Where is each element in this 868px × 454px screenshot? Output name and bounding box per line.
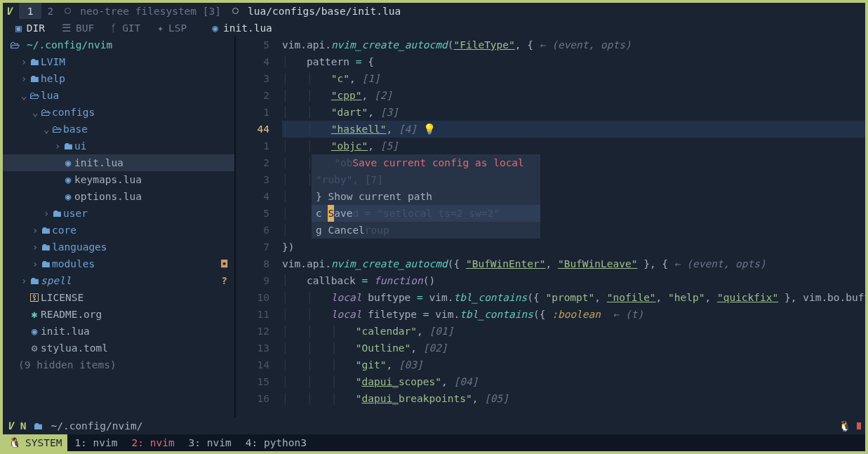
line-number: 1 (236, 104, 269, 121)
tree-file[interactable]: ◉ init.lua (3, 323, 234, 340)
line-number: 1 (236, 138, 269, 154)
buffer-label: lua/configs/base/init.lua (248, 3, 401, 20)
tmux-session[interactable]: 🐧 SYSTEM (3, 434, 67, 451)
folder-icon: ▣ (15, 20, 22, 36)
tree-dir[interactable]: ⌄🗁 base (3, 121, 234, 138)
tree-file[interactable]: ⚿ LICENSE (3, 289, 234, 306)
file-tab-initlua[interactable]: ◉ init.lua (203, 20, 281, 36)
source-dir-tab[interactable]: ▣ DIR (7, 20, 53, 36)
folder-icon: 🖿 (39, 255, 52, 272)
popup-item-show-path[interactable]: } Show current path (312, 188, 540, 205)
tree-root[interactable]: 🗁 ~/.config/nvim (3, 36, 234, 53)
main-area: 🗁 ~/.config/nvim ›🖿 LVIM›🖿 help⌄🗁 lua⌄🗁 … (3, 36, 865, 418)
tree-dir[interactable]: ›🖿 modules◘ (3, 255, 234, 272)
tree-item-label: user (63, 205, 88, 222)
popup-title-row: "obSave current config as local (312, 154, 540, 171)
source-lsp-tab[interactable]: ✦ LSP (149, 20, 195, 36)
tree-file[interactable]: ✱ README.org (3, 306, 234, 323)
tab-label: LSP (168, 20, 187, 36)
folder-icon: 🖿 (51, 205, 63, 222)
chevron-icon: › (31, 239, 39, 255)
popup-title: Save current config as local (352, 154, 523, 171)
tree-item-label: LVIM (41, 53, 65, 70)
tab-label: GIT (122, 20, 140, 36)
tree-dir[interactable]: ⌄🗁 lua (3, 87, 234, 104)
tree-dir[interactable]: ›🖿 user (3, 205, 234, 222)
terminal-screen: V 1 2 neo-tree filesystem [3] lua/config… (3, 3, 865, 451)
tree-dir[interactable]: ›🖿 spell? (3, 272, 234, 289)
mode-indicator: N (20, 418, 27, 434)
file-tree[interactable]: 🗁 ~/.config/nvim ›🖿 LVIM›🖿 help⌄🗁 lua⌄🗁 … (3, 36, 236, 418)
org-icon: ✱ (28, 306, 41, 323)
tree-file[interactable]: ◉ options.lua (3, 188, 234, 205)
which-key-popup: "obSave current config as local "ruby", … (312, 154, 540, 239)
line-number-gutter: 543214412345678910111213141516 (236, 36, 282, 418)
folder-icon: 🖿 (28, 70, 41, 87)
folder-icon: 🖿 (28, 53, 41, 70)
tmux-statusline: 🐧 SYSTEM 1: nvim2: nvim3: nvim4: python3 (3, 434, 865, 451)
source-buf-tab[interactable]: ☰ BUF (53, 20, 102, 36)
tree-item-label: help (41, 70, 65, 87)
tab-1[interactable]: 1 (19, 3, 42, 20)
line-number: 14 (236, 356, 269, 373)
lua-icon: ◉ (62, 154, 74, 171)
line-number: 44 (236, 121, 269, 138)
lightbulb-icon[interactable]: 💡 (423, 123, 436, 135)
line-number: 12 (236, 323, 269, 340)
tmux-window[interactable]: 3: nvim (182, 437, 239, 448)
code-area[interactable]: vim.api.nvim_create_autocmd("FileType", … (282, 36, 865, 418)
tree-item-label: modules (52, 255, 95, 272)
line-number: 5 (236, 205, 269, 222)
tree-file[interactable]: ⚙ stylua.toml (3, 340, 234, 356)
tree-file[interactable]: ◉ keymaps.lua (3, 171, 234, 188)
tree-item-label: init.lua (41, 323, 90, 340)
tree-dir[interactable]: ›🖿 languages (3, 239, 234, 255)
folder-open-icon: 🗁 (8, 36, 21, 53)
folder-icon: 🖿 (39, 222, 52, 239)
tree-dir[interactable]: ›🖿 core (3, 222, 234, 239)
chevron-icon: ⌄ (31, 104, 39, 121)
tab-2[interactable]: 2 (41, 3, 59, 20)
source-git-tab[interactable]: ᚶ GIT (102, 20, 149, 36)
chevron-icon: ⌄ (20, 87, 28, 104)
lua-icon: ◉ (212, 20, 218, 36)
chevron-icon: › (31, 222, 39, 239)
folder-icon: 🖿 (62, 138, 74, 154)
folder-open-icon: 🗁 (51, 121, 63, 138)
line-number: 3 (236, 171, 269, 188)
folder-open-icon: 🗁 (39, 104, 52, 121)
vim-logo: V (3, 3, 19, 20)
line-number: 13 (236, 340, 269, 356)
tree-item-label: options.lua (74, 188, 142, 205)
session-name: SYSTEM (25, 434, 62, 451)
tree-dir[interactable]: ›🖿 LVIM (3, 53, 234, 70)
tree-dir[interactable]: ⌄🗁 configs (3, 104, 234, 121)
tree-dir[interactable]: ›🖿 help (3, 70, 234, 87)
statusline: V N 🖿 ~/.config/nvim/ 🐧 (3, 418, 865, 434)
popup-item-save[interactable]: c Saved = "setlocal ts=2 sw=2" (312, 205, 540, 222)
tree-root-label: ~/.config/nvim (27, 36, 112, 53)
chevron-icon: › (53, 138, 62, 154)
buffer-initlua[interactable]: lua/configs/base/init.lua (227, 3, 406, 20)
git-untracked-icon: ? (221, 272, 227, 289)
modified-indicator-icon (232, 8, 239, 14)
tree-file[interactable]: ◉ init.lua (3, 154, 234, 171)
tab-label: DIR (27, 20, 45, 36)
tmux-window[interactable]: 1: nvim (67, 437, 124, 448)
tmux-window[interactable]: 4: python3 (239, 437, 314, 448)
editor[interactable]: 543214412345678910111213141516 vim.api.n… (236, 36, 865, 418)
folder-icon: 🖿 (39, 239, 52, 255)
buffer-neotree[interactable]: neo-tree filesystem [3] (59, 3, 227, 20)
tree-item-label: spell (41, 272, 72, 289)
folder-icon: 🖿 (28, 272, 41, 289)
lua-icon: ◉ (62, 171, 74, 188)
buffer-label: neo-tree filesystem [3] (80, 3, 221, 20)
tree-dir[interactable]: ›🖿 ui (3, 138, 234, 154)
tmux-window[interactable]: 2: nvim (125, 437, 182, 448)
popup-item-cancel[interactable]: g Cancelroup (312, 222, 540, 239)
winbar: ▣ DIR ☰ BUF ᚶ GIT ✦ LSP ◉ init.lua (3, 20, 865, 36)
chevron-icon: ⌄ (42, 121, 51, 138)
vim-logo: V (7, 418, 13, 434)
line-number: 4 (236, 188, 269, 205)
line-number: 2 (236, 154, 269, 171)
